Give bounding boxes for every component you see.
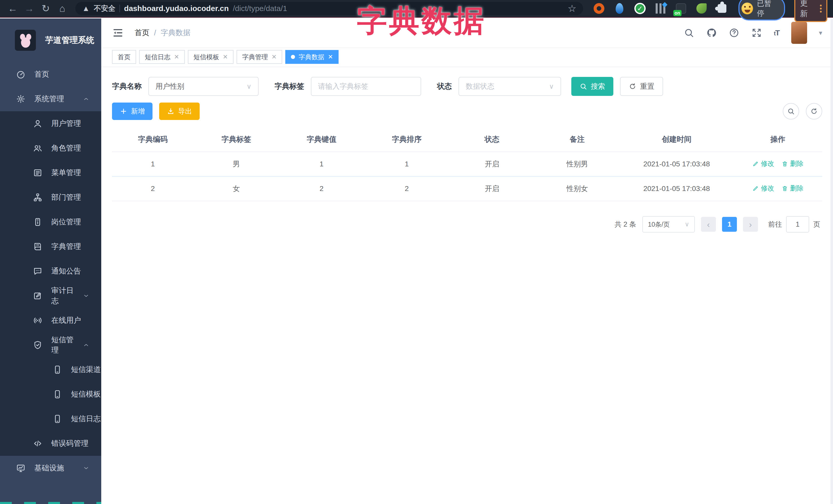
edit-link[interactable]: 修改 (752, 159, 774, 168)
sidebar-item-通知公告[interactable]: 通知公告 (0, 259, 101, 284)
logo-row[interactable]: 芋道管理系统 (0, 19, 101, 62)
puzzle-extensions-icon[interactable] (716, 2, 728, 15)
help-icon[interactable] (729, 27, 739, 38)
sidebar-item-岗位管理[interactable]: 岗位管理 (0, 210, 101, 234)
sidebar-item-审计日志[interactable]: 审计日志 (0, 284, 101, 308)
extensions-row: ✓ on (593, 2, 728, 15)
toolbar-row: 新增 导出 (112, 102, 822, 120)
sidebar-item-短信模板[interactable]: 短信模板 (0, 382, 101, 407)
delete-link[interactable]: 删除 (782, 184, 804, 193)
export-button[interactable]: 导出 (159, 102, 200, 120)
github-icon[interactable] (706, 27, 717, 38)
navbar: 首页 / 字典数据 tT ▾ (101, 19, 833, 47)
back-icon[interactable]: ← (6, 3, 20, 14)
sidebar-item-label: 短信模板 (71, 389, 101, 400)
sidebar-item-字典管理[interactable]: 字典管理 (0, 234, 101, 259)
sidebar-item-短信渠道[interactable]: 短信渠道 (0, 357, 101, 382)
cell: 性别女 (535, 176, 620, 201)
goto-page-input[interactable]: 1 (786, 216, 809, 233)
toggle-search-icon[interactable] (783, 103, 799, 119)
sidebar-item-角色管理[interactable]: 角色管理 (0, 136, 101, 161)
blue-drop-extension-icon[interactable] (613, 2, 626, 15)
add-button[interactable]: 新增 (112, 102, 152, 120)
green-check-extension-icon[interactable]: ✓ (634, 2, 646, 15)
cell-actions: 修改删除 (734, 152, 822, 176)
sidebar-item-用户管理[interactable]: 用户管理 (0, 111, 101, 136)
kebab-menu-icon[interactable] (820, 5, 822, 13)
sidebar-item-label: 错误码管理 (51, 438, 89, 449)
close-icon[interactable]: ✕ (223, 53, 228, 61)
tab-首页[interactable]: 首页 (112, 50, 136, 64)
breadcrumb-home[interactable]: 首页 (135, 28, 149, 38)
sliders-extension-icon[interactable] (654, 2, 667, 15)
cell: 开启 (449, 152, 535, 176)
phone-icon (52, 389, 62, 399)
on-badge-extension-icon[interactable]: on (675, 2, 687, 15)
close-icon[interactable]: ✕ (328, 53, 333, 61)
tab-label: 字典数据 (299, 53, 324, 61)
forward-icon[interactable]: → (22, 3, 37, 14)
sidebar-item-首页[interactable]: 首页 (0, 62, 101, 87)
sidebar-item-菜单管理[interactable]: 菜单管理 (0, 161, 101, 185)
sidebar-collapse-icon[interactable] (112, 27, 124, 39)
reload-icon[interactable]: ↻ (39, 3, 53, 14)
fullscreen-icon[interactable] (751, 27, 762, 38)
sidebar-item-在线用户[interactable]: 在线用户 (0, 308, 101, 333)
next-page-button[interactable]: › (743, 217, 758, 232)
sidebar-item-label: 部门管理 (51, 192, 81, 202)
security-label: 不安全 (94, 4, 115, 13)
close-icon[interactable]: ✕ (271, 53, 277, 61)
leaf-extension-icon[interactable] (695, 2, 708, 15)
tab-字典数据[interactable]: 字典数据✕ (285, 50, 339, 64)
active-dot-icon (291, 55, 295, 59)
breadcrumb-current: 字典数据 (161, 28, 190, 38)
browser-profile-paused-badge[interactable]: 已暂停 (738, 0, 785, 21)
orange-extension-icon[interactable] (593, 2, 605, 15)
close-icon[interactable]: ✕ (174, 53, 179, 61)
reset-button[interactable]: 重置 (620, 77, 663, 96)
edit-link[interactable]: 修改 (752, 184, 774, 193)
sidebar-item-label: 角色管理 (51, 143, 81, 153)
sidebar-item-label: 用户管理 (51, 118, 81, 129)
user-avatar[interactable] (791, 22, 807, 44)
prev-page-button[interactable]: ‹ (701, 217, 716, 232)
sidebar-item-错误码管理[interactable]: 错误码管理 (0, 431, 101, 456)
page-1-button[interactable]: 1 (722, 217, 737, 232)
tab-label: 短信日志 (145, 53, 170, 61)
search-icon[interactable] (684, 27, 694, 38)
cell: 1 (364, 152, 450, 176)
tab-短信模板[interactable]: 短信模板✕ (188, 50, 234, 64)
table-row: 2女22开启性别女2021-01-05 17:03:48修改删除 (112, 176, 822, 201)
dict-label-input[interactable]: 请输入字典标签 (311, 77, 421, 96)
status-select[interactable]: 数据状态∨ (458, 77, 561, 96)
delete-link[interactable]: 删除 (782, 159, 804, 168)
bookmark-star-icon[interactable]: ☆ (568, 3, 576, 14)
home-icon[interactable]: ⌂ (55, 3, 69, 14)
filter-row: 字典名称 用户性别∨ 字典标签 请输入字典标签 状态 数据状态∨ 搜索 (112, 77, 822, 96)
page-size-select[interactable]: 10条/页∨ (642, 216, 695, 233)
list-icon (33, 168, 43, 178)
dict-name-select[interactable]: 用户性别∨ (148, 77, 259, 96)
page-scrollbar[interactable] (830, 19, 833, 504)
column-header: 操作 (734, 127, 822, 152)
sidebar-item-label: 审计日志 (51, 286, 74, 306)
refresh-icon[interactable] (806, 103, 822, 119)
sidebar-item-系统管理[interactable]: 系统管理 (0, 87, 101, 111)
search-button[interactable]: 搜索 (571, 77, 613, 96)
browser-update-button[interactable]: 更新 (794, 0, 827, 22)
tab-短信日志[interactable]: 短信日志✕ (139, 50, 185, 64)
address-bar[interactable]: ▲ 不安全 dashboard.yudao.iocoder.cn/dict/ty… (75, 2, 583, 15)
page-unit-label: 页 (813, 220, 820, 229)
phone-icon (52, 365, 62, 375)
table-header-row: 字典编码字典标签字典键值字典排序状态备注创建时间操作 (112, 127, 822, 152)
sidebar-item-部门管理[interactable]: 部门管理 (0, 185, 101, 210)
tab-字典管理[interactable]: 字典管理✕ (237, 50, 282, 64)
font-size-icon[interactable]: tT (774, 28, 780, 37)
tab-label: 首页 (118, 53, 130, 61)
avatar-caret-icon[interactable]: ▾ (819, 29, 822, 37)
cell-actions: 修改删除 (734, 176, 822, 201)
sidebar-item-基础设施[interactable]: 基础设施 (0, 456, 101, 480)
sidebar-item-短信日志[interactable]: 短信日志 (0, 407, 101, 431)
sidebar-item-短信管理[interactable]: 短信管理 (0, 333, 101, 357)
cell: 2021-01-05 17:03:48 (620, 176, 733, 201)
